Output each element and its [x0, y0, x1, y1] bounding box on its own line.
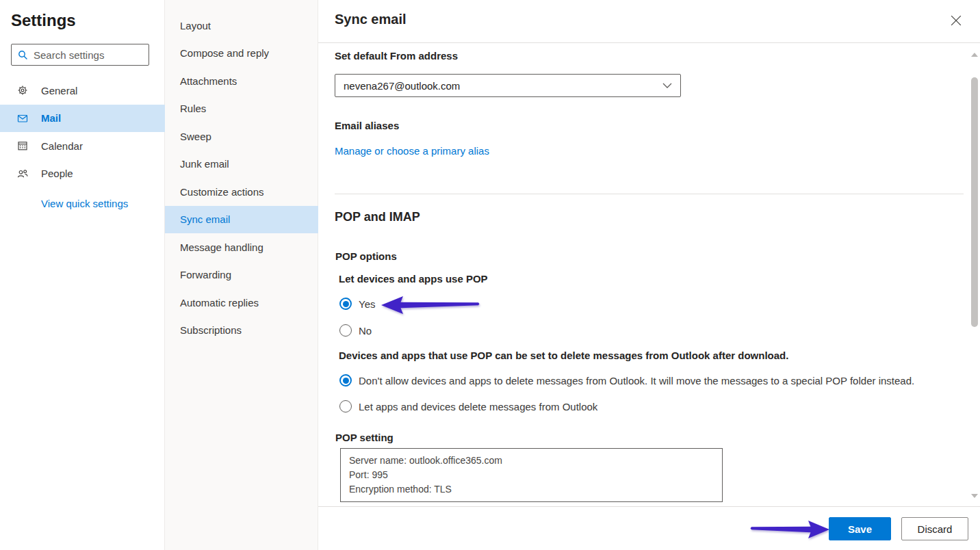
save-button[interactable]: Save	[829, 517, 891, 540]
nav-item-customize-actions[interactable]: Customize actions	[165, 178, 318, 206]
dont-allow-delete-row: Don't allow devices and apps to delete m…	[339, 374, 914, 387]
pop-options-label: POP options	[335, 250, 397, 262]
nav-item-rules[interactable]: Rules	[165, 95, 318, 123]
nav-item-junk-email[interactable]: Junk email	[165, 150, 318, 179]
search-input[interactable]	[34, 49, 170, 61]
panel-scrollbar[interactable]	[969, 43, 980, 506]
nav-item-forwarding[interactable]: Forwarding	[165, 261, 318, 289]
people-icon	[17, 168, 28, 179]
nav-item-sync-email[interactable]: Sync email	[165, 206, 318, 234]
pop-imap-heading: POP and IMAP	[335, 210, 420, 224]
scrollbar-thumb[interactable]	[971, 77, 978, 327]
nav-item-message-handling[interactable]: Message handling	[165, 233, 318, 261]
use-pop-no-row: No	[339, 324, 372, 337]
header-divider	[318, 42, 980, 43]
use-pop-yes-row: Yes	[339, 298, 375, 310]
section-divider	[335, 194, 964, 194]
search-settings-box[interactable]	[11, 44, 149, 66]
sidebar-item-people[interactable]: People	[0, 160, 165, 188]
default-from-value: nevena267@outlook.com	[344, 80, 662, 92]
use-pop-label: Let devices and apps use POP	[339, 273, 488, 285]
sidebar-item-label: General	[41, 85, 77, 96]
pop-setting-box: Server name: outlook.office365.com Port:…	[340, 448, 723, 502]
sidebar-item-label: People	[41, 168, 73, 179]
sidebar-item-label: Calendar	[41, 140, 83, 152]
nav-item-layout[interactable]: Layout	[165, 12, 318, 40]
nav-item-automatic-replies[interactable]: Automatic replies	[165, 289, 318, 317]
sidebar-item-mail[interactable]: Mail	[0, 105, 165, 133]
let-delete-row: Let apps and devices delete messages fro…	[339, 400, 597, 413]
view-quick-settings-link[interactable]: View quick settings	[41, 198, 128, 209]
radio-no[interactable]	[339, 324, 352, 337]
default-from-dropdown[interactable]: nevena267@outlook.com	[335, 74, 681, 97]
sidebar-item-general[interactable]: General	[0, 77, 165, 105]
calendar-icon	[17, 140, 28, 151]
pop-encryption-line: Encryption method: TLS	[349, 482, 714, 497]
sidebar-item-calendar[interactable]: Calendar	[0, 132, 165, 160]
nav-item-subscriptions[interactable]: Subscriptions	[165, 317, 318, 345]
discard-button[interactable]: Discard	[901, 517, 968, 540]
settings-page: Settings General Mail	[0, 0, 980, 550]
search-icon	[17, 49, 28, 60]
scroll-down-icon[interactable]	[971, 488, 978, 501]
radio-dont-allow-delete[interactable]	[339, 374, 352, 387]
radio-no-label: No	[359, 325, 372, 337]
panel-title: Sync email	[335, 12, 407, 27]
email-aliases-label: Email aliases	[335, 120, 399, 131]
sync-email-panel: Sync email Set default From address neve…	[318, 0, 980, 550]
mail-settings-nav: Layout Compose and reply Attachments Rul…	[165, 0, 318, 550]
close-icon[interactable]	[951, 15, 962, 26]
settings-sidebar: Settings General Mail	[0, 0, 165, 550]
pop-server-line: Server name: outlook.office365.com	[349, 454, 714, 468]
scroll-up-icon[interactable]	[971, 47, 978, 60]
chevron-down-icon	[662, 83, 672, 88]
default-from-label: Set default From address	[335, 50, 458, 62]
pop-delete-label: Devices and apps that use POP can be set…	[339, 350, 788, 361]
mail-icon	[17, 113, 28, 124]
nav-item-attachments[interactable]: Attachments	[165, 67, 318, 95]
pop-setting-label: POP setting	[335, 432, 394, 443]
radio-let-delete[interactable]	[339, 400, 352, 413]
panel-footer: Save Discard	[318, 506, 980, 550]
gear-icon	[17, 85, 28, 96]
manage-alias-link[interactable]: Manage or choose a primary alias	[335, 145, 489, 157]
radio-yes[interactable]	[339, 298, 352, 310]
sidebar-item-label: Mail	[41, 112, 61, 124]
nav-item-compose-and-reply[interactable]: Compose and reply	[165, 40, 318, 68]
annotation-arrow-left	[381, 295, 480, 315]
radio-dont-allow-delete-label: Don't allow devices and apps to delete m…	[359, 375, 914, 387]
nav-item-sweep[interactable]: Sweep	[165, 122, 318, 150]
radio-let-delete-label: Let apps and devices delete messages fro…	[359, 401, 597, 413]
settings-title: Settings	[11, 11, 76, 30]
pop-port-line: Port: 995	[349, 468, 714, 482]
sidebar-items: General Mail Calendar People	[0, 77, 165, 187]
annotation-arrow-right	[749, 519, 830, 540]
radio-yes-label: Yes	[359, 298, 375, 310]
